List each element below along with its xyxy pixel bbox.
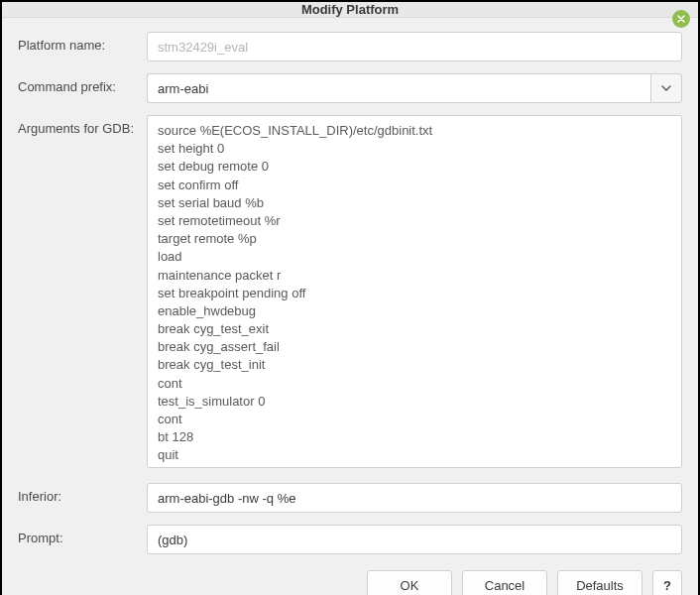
cancel-button[interactable]: Cancel	[462, 570, 547, 595]
chevron-down-icon	[661, 85, 671, 91]
label-inferior: Inferior:	[18, 483, 141, 504]
inferior-input[interactable]	[147, 483, 682, 513]
label-command-prefix: Command prefix:	[18, 73, 141, 94]
row-inferior: Inferior:	[18, 483, 682, 513]
row-platform-name: Platform name:	[18, 32, 682, 61]
row-prompt: Prompt:	[18, 525, 682, 554]
label-platform-name: Platform name:	[18, 32, 141, 53]
label-arguments-gdb: Arguments for GDB:	[18, 115, 141, 136]
button-row: OK Cancel Defaults ?	[2, 564, 698, 595]
dialog-title: Modify Platform	[301, 2, 399, 17]
arguments-gdb-textarea[interactable]	[147, 115, 682, 468]
ok-button[interactable]: OK	[367, 570, 452, 595]
row-command-prefix: Command prefix:	[18, 73, 682, 103]
titlebar: Modify Platform	[2, 2, 698, 18]
close-button[interactable]	[672, 10, 690, 28]
label-prompt: Prompt:	[18, 525, 141, 545]
help-button[interactable]: ?	[652, 570, 682, 595]
row-arguments-gdb: Arguments for GDB:	[18, 115, 682, 471]
modify-platform-dialog: Modify Platform Platform name: Command p…	[2, 2, 698, 593]
command-prefix-combo	[147, 73, 682, 103]
prompt-input[interactable]	[147, 525, 682, 554]
defaults-button[interactable]: Defaults	[557, 570, 642, 595]
close-icon	[676, 14, 686, 24]
command-prefix-input[interactable]	[147, 73, 650, 103]
platform-name-input	[147, 32, 682, 61]
command-prefix-dropdown-button[interactable]	[650, 73, 682, 103]
dialog-content: Platform name: Command prefix: Argume	[2, 18, 698, 564]
